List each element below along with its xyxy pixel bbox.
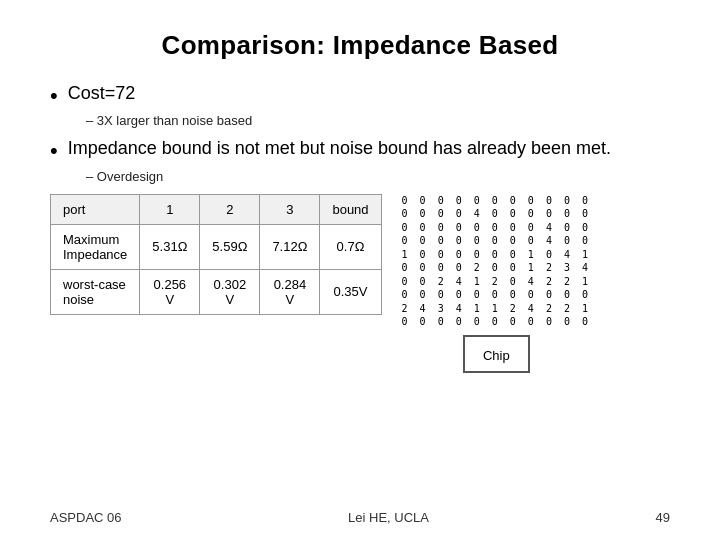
row1-col2: 5.59Ω	[200, 224, 260, 269]
row1-col3: 7.12Ω	[260, 224, 320, 269]
row2-col2: 0.302V	[200, 269, 260, 314]
bullet-2-main: • Impedance bound is not met but noise b…	[50, 138, 670, 164]
bullet-2-sub: Overdesign	[86, 169, 670, 184]
table-row-noise: worst-casenoise 0.256V 0.302V 0.284V 0.3…	[51, 269, 382, 314]
chip-area: 0 0 0 0 0 0 0 0 0 0 0 0 0 0 0 4 0 0 0 0 …	[402, 194, 591, 373]
bullet-2-text: Impedance bound is not met but noise bou…	[68, 138, 611, 159]
header-port: port	[51, 194, 140, 224]
header-1: 1	[140, 194, 200, 224]
bullet-1-sub: 3X larger than noise based	[86, 113, 670, 128]
chip-label: Chip	[483, 348, 510, 363]
footer-right: 49	[656, 510, 670, 525]
content-area: port 1 2 3 bound MaximumImpedance 5.31Ω …	[50, 194, 670, 373]
bullet-2: • Impedance bound is not met but noise b…	[50, 138, 670, 183]
row1-bound: 0.7Ω	[320, 224, 381, 269]
bullet-1-text: Cost=72	[68, 83, 136, 104]
header-bound: bound	[320, 194, 381, 224]
bullet-dot-2: •	[50, 138, 58, 164]
slide-title: Comparison: Impedance Based	[50, 30, 670, 61]
row2-col3: 0.284V	[260, 269, 320, 314]
bullet-dot-1: •	[50, 83, 58, 109]
slide: Comparison: Impedance Based • Cost=72 3X…	[0, 0, 720, 540]
table-header-row: port 1 2 3 bound	[51, 194, 382, 224]
row1-label: MaximumImpedance	[51, 224, 140, 269]
row2-col1: 0.256V	[140, 269, 200, 314]
row1-col1: 5.31Ω	[140, 224, 200, 269]
header-2: 2	[200, 194, 260, 224]
row2-label: worst-casenoise	[51, 269, 140, 314]
impedance-table: port 1 2 3 bound MaximumImpedance 5.31Ω …	[50, 194, 382, 315]
footer-left: ASPDAC 06	[50, 510, 122, 525]
bullet-1-main: • Cost=72	[50, 83, 670, 109]
chip-matrix: 0 0 0 0 0 0 0 0 0 0 0 0 0 0 0 4 0 0 0 0 …	[402, 194, 591, 329]
header-3: 3	[260, 194, 320, 224]
row2-bound: 0.35V	[320, 269, 381, 314]
table-row-impedance: MaximumImpedance 5.31Ω 5.59Ω 7.12Ω 0.7Ω	[51, 224, 382, 269]
table-area: port 1 2 3 bound MaximumImpedance 5.31Ω …	[50, 194, 382, 315]
footer: ASPDAC 06 Lei HE, UCLA 49	[50, 510, 670, 525]
footer-center: Lei HE, UCLA	[348, 510, 429, 525]
bullet-1: • Cost=72 3X larger than noise based	[50, 83, 670, 128]
chip-box: Chip	[463, 335, 530, 373]
